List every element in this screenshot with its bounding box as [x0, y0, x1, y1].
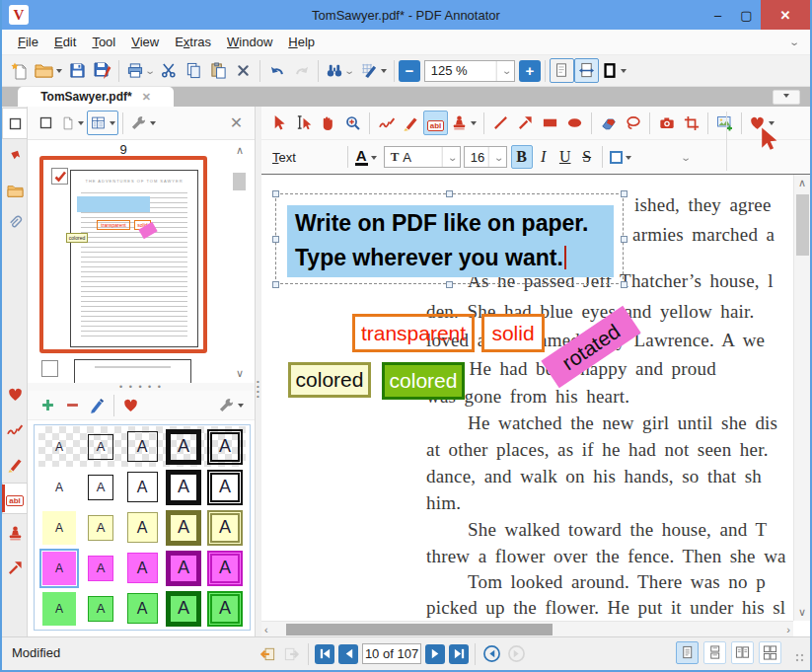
paste-button[interactable] [206, 58, 231, 83]
zoom-in-button[interactable]: + [519, 60, 541, 82]
view-mode-button[interactable] [87, 111, 118, 135]
scrollbar-thumb[interactable] [796, 194, 809, 256]
menubar-overflow-icon[interactable]: ⌄ [788, 37, 800, 47]
selection-handle[interactable] [446, 190, 453, 197]
page-options-button[interactable] [58, 111, 87, 135]
scroll-right-icon[interactable]: › [786, 624, 790, 635]
selection-handle[interactable] [272, 281, 279, 288]
selection-handle[interactable] [272, 236, 279, 243]
scrollbar-thumb[interactable] [286, 624, 553, 635]
style-swatch-r2c1[interactable]: A [38, 467, 80, 507]
style-swatch-r2c3[interactable]: A [121, 467, 163, 507]
border-style-button[interactable] [607, 145, 634, 170]
zoom-level-combo[interactable]: 125 %⌄ [424, 60, 515, 82]
style-swatch-r4c4[interactable]: A [163, 548, 204, 588]
fit-page-button[interactable] [550, 58, 574, 83]
new-document-button[interactable] [7, 58, 32, 83]
line-tool-button[interactable] [488, 111, 513, 135]
save-as-button[interactable] [90, 58, 114, 83]
edit-style-button[interactable] [85, 393, 110, 417]
page-layout-button[interactable] [599, 58, 629, 83]
style-swatch-r1c3[interactable]: A [121, 426, 163, 467]
menu-window[interactable]: Window [219, 32, 280, 52]
undo-button[interactable] [264, 58, 289, 83]
style-swatch-r5c1[interactable]: A [38, 588, 80, 629]
export-annotations-button[interactable] [279, 641, 304, 666]
page-checkbox-checked[interactable] [51, 168, 68, 185]
pan-button[interactable] [316, 111, 340, 135]
sidebar-tab-thumbnails[interactable] [3, 109, 27, 138]
colored-annotation[interactable]: colored [382, 362, 465, 400]
style-swatch-r1c2[interactable]: A [80, 426, 121, 467]
sidebar-tab-arrow-styles[interactable] [3, 553, 27, 582]
select-pages-button[interactable] [34, 111, 58, 135]
open-button[interactable] [32, 58, 65, 83]
style-swatch-r5c2[interactable]: A [80, 588, 121, 629]
selection-handle[interactable] [621, 281, 627, 288]
thumbnail-page-10[interactable]: THE ADVENTURES OF TOM SAWYER transparent… [39, 156, 207, 353]
thumbnail-page-11[interactable] [74, 359, 191, 383]
style-swatch-r2c5[interactable]: A [204, 467, 246, 507]
horizontal-scrollbar[interactable]: ‹ › [261, 621, 793, 636]
arrow-tool-button[interactable] [513, 111, 538, 135]
style-swatch-r3c5[interactable]: A [204, 507, 246, 548]
sidebar-tab-text-styles[interactable]: abl [3, 484, 27, 513]
text-tool-button[interactable]: abl [423, 111, 448, 135]
style-swatch-r3c4[interactable]: A [163, 507, 204, 548]
insert-image-button[interactable] [712, 111, 737, 135]
style-swatch-r3c1[interactable]: A [38, 507, 80, 548]
prev-page-button[interactable] [338, 644, 358, 664]
redo-button[interactable] [289, 58, 314, 83]
style-swatch-r5c4[interactable]: A [163, 588, 204, 629]
sidebar-tab-marker-styles[interactable] [3, 449, 27, 479]
style-swatch-r4c3[interactable]: A [121, 548, 163, 588]
view-single-page-button[interactable] [676, 641, 699, 664]
scroll-down-icon[interactable]: ∨ [794, 606, 810, 619]
scroll-left-icon[interactable]: ‹ [264, 624, 268, 635]
style-swatch-r2c2[interactable]: A [80, 467, 121, 507]
zoom-tool-button[interactable] [340, 111, 365, 135]
history-forward-button[interactable] [504, 641, 529, 666]
sidebar-tab-overview[interactable] [3, 176, 27, 205]
menu-file[interactable]: File [10, 32, 46, 52]
selection-handle[interactable] [621, 190, 627, 197]
menu-tool[interactable]: Tool [84, 32, 123, 52]
sidebar-tab-stamp-styles[interactable] [3, 518, 27, 548]
style-swatch-r2c4[interactable]: A [163, 467, 204, 507]
view-two-pages-button[interactable] [731, 641, 754, 664]
snapshot-button[interactable] [654, 111, 679, 135]
page-number-field[interactable]: 10 of 107 [362, 643, 421, 664]
font-family-combo[interactable]: TA⌄ [384, 146, 461, 168]
scroll-down-icon[interactable]: ∨ [234, 367, 246, 379]
remove-style-button[interactable] [60, 393, 85, 417]
pdf-text-annotation[interactable]: Write on PDF like on paper. Type whereve… [287, 205, 614, 277]
sidebar-tab-pen-styles[interactable] [3, 414, 27, 444]
style-swatch-r4c1[interactable]: A [38, 548, 80, 588]
italic-button[interactable]: I [533, 145, 554, 169]
import-annotations-button[interactable] [255, 641, 279, 666]
panel-settings-button[interactable] [127, 111, 159, 135]
pen-tool-button[interactable] [374, 111, 399, 135]
copy-button[interactable] [182, 58, 206, 83]
menu-extras[interactable]: Extras [167, 32, 219, 52]
save-button[interactable] [65, 58, 90, 83]
history-back-button[interactable] [480, 641, 504, 666]
stamp-tool-button[interactable] [448, 111, 480, 135]
lasso-button[interactable] [621, 111, 645, 135]
sidebar-tab-bookmarks[interactable] [3, 142, 27, 172]
thumbnail-scrollbar[interactable]: ∧ ∨ [231, 142, 249, 381]
palette-settings-button[interactable] [215, 393, 247, 417]
select-text-button[interactable] [291, 111, 316, 135]
document-page[interactable]: ished, they agreearmies marched aAs he p… [261, 175, 810, 636]
last-page-button[interactable] [449, 644, 469, 664]
cut-button[interactable] [157, 58, 182, 83]
print-button[interactable]: ⌄ [123, 58, 157, 83]
ellipse-tool-button[interactable] [562, 111, 587, 135]
menu-help[interactable]: Help [280, 32, 323, 52]
transparent-annotation[interactable]: transparent [352, 314, 475, 352]
style-swatch-r3c3[interactable]: A [121, 507, 163, 548]
style-swatch-r4c2[interactable]: A [80, 548, 121, 588]
select-button[interactable] [266, 111, 291, 135]
marker-tool-button[interactable] [399, 111, 423, 135]
vertical-scrollbar[interactable]: ∧ ∨ [793, 175, 810, 621]
